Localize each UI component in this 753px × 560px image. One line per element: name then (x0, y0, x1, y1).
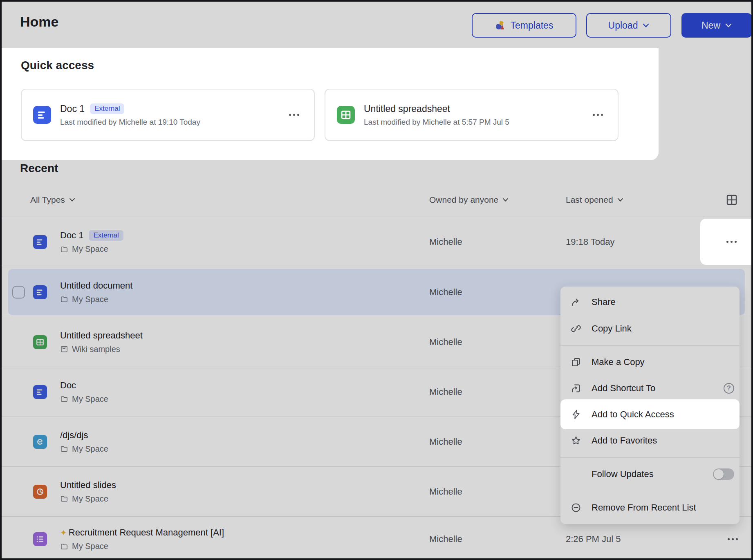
type-filter-label: All Types (30, 195, 65, 205)
type-filter-dropdown[interactable]: All Types (30, 195, 75, 205)
row-owner: Michelle (429, 387, 462, 397)
row-checkbox[interactable] (12, 286, 25, 298)
row-owner: Michelle (429, 534, 462, 544)
chevron-down-icon (643, 23, 649, 28)
app-window: Home Templates Upload New Rec (0, 0, 753, 560)
help-icon[interactable]: ? (724, 383, 734, 394)
upload-label: Upload (608, 20, 638, 31)
card-title: Untitled spreadsheet (364, 103, 450, 114)
menu-divider (560, 457, 740, 458)
doc-icon (33, 235, 47, 249)
doc-icon (33, 285, 47, 299)
new-label: New (701, 20, 720, 31)
table-row[interactable]: Doc 1 External My Space Michelle 19:18 T… (2, 217, 751, 267)
menu-item-make-a-copy[interactable]: Make a Copy (560, 349, 740, 375)
row-location: My Space (72, 444, 108, 454)
row-owner: Michelle (429, 486, 462, 497)
quick-access-title: Quick access (21, 59, 94, 72)
circle-minus-icon (570, 502, 582, 513)
share-icon (570, 296, 582, 308)
row-time: 19:18 Today (566, 237, 614, 247)
row-location: My Space (72, 394, 108, 404)
row-owner: Michelle (429, 237, 462, 247)
card-subtitle: Last modified by Michelle at 19:10 Today (60, 118, 200, 127)
toggle-knob (714, 469, 724, 479)
row-title: /djs/djs (60, 430, 88, 441)
folder-icon (60, 295, 68, 303)
external-badge: External (90, 103, 124, 114)
row-owner: Michelle (429, 287, 462, 298)
row-location: My Space (72, 295, 108, 304)
recent-section-title: Recent (20, 162, 58, 175)
sort-filter-dropdown[interactable]: Last opened (566, 195, 623, 205)
chevron-down-icon (617, 198, 623, 202)
menu-item-copy-link[interactable]: Copy Link (560, 316, 740, 342)
doc-icon (33, 106, 51, 124)
card-title: Doc 1 (60, 103, 85, 114)
quick-access-panel: Quick access Doc 1 External Last modifie… (2, 48, 659, 160)
row-more-button[interactable] (728, 538, 738, 540)
folder-icon (60, 445, 68, 453)
menu-item-add-to-favorites[interactable]: Add to Favorites (560, 428, 740, 454)
star-icon (570, 435, 582, 446)
row-more-button-spotlight[interactable] (700, 219, 753, 265)
spreadsheet-icon (337, 106, 355, 124)
folder-icon (60, 542, 68, 551)
link-icon (570, 323, 582, 334)
row-owner: Michelle (429, 337, 462, 347)
templates-label: Templates (511, 20, 554, 31)
sparkle-icon: ✦ (60, 528, 67, 538)
menu-item-add-shortcut-to[interactable]: Add Shortcut To ? (560, 375, 740, 401)
chevron-down-icon (725, 23, 732, 28)
shortcut-icon (570, 383, 582, 394)
menu-item-follow-updates[interactable]: Follow Updates (560, 461, 740, 487)
slides-icon (33, 485, 47, 499)
row-location: My Space (72, 542, 108, 551)
row-title: Untitled slides (60, 480, 116, 491)
quick-access-card[interactable]: Doc 1 External Last modified by Michelle… (21, 89, 315, 141)
row-title: Untitled document (60, 280, 132, 291)
filter-bar: All Types Owned by anyone Last opened (2, 188, 751, 217)
menu-item-remove-from-recent[interactable]: Remove From Recent List (560, 495, 740, 521)
folder-icon (60, 245, 68, 253)
row-title: Doc 1 (60, 230, 83, 241)
folder-icon (60, 395, 68, 403)
templates-icon (495, 20, 506, 31)
docx-icon (33, 435, 47, 449)
base-icon (33, 532, 47, 546)
row-title: Recruitment Request Management [AI] (69, 527, 224, 538)
templates-button[interactable]: Templates (472, 13, 576, 38)
menu-item-add-to-quick-access[interactable]: Add to Quick Access (560, 399, 740, 429)
row-owner: Michelle (429, 437, 462, 447)
page-title: Home (20, 14, 58, 30)
chevron-down-icon (69, 198, 75, 202)
row-location: Wiki samples (72, 345, 120, 354)
menu-item-share[interactable]: Share (560, 289, 740, 315)
owner-filter-label: Owned by anyone (429, 195, 498, 205)
upload-button[interactable]: Upload (586, 13, 671, 38)
card-more-button[interactable] (593, 114, 603, 116)
row-title: Doc (60, 380, 76, 391)
card-more-button[interactable] (289, 114, 299, 116)
follow-updates-toggle[interactable] (713, 468, 734, 480)
sort-filter-label: Last opened (566, 195, 613, 205)
row-time: 2:26 PM Jul 5 (566, 534, 621, 544)
more-dots-icon (726, 241, 737, 243)
row-title: Untitled spreadsheet (60, 330, 143, 341)
new-button[interactable]: New (681, 13, 752, 38)
folder-icon (60, 495, 68, 503)
spreadsheet-icon (33, 335, 47, 349)
grid-view-icon[interactable] (725, 193, 738, 206)
row-location: My Space (72, 244, 108, 254)
row-location: My Space (72, 494, 108, 504)
menu-divider (560, 345, 740, 346)
external-badge: External (89, 230, 123, 241)
doc-icon (33, 385, 47, 399)
chevron-down-icon (502, 198, 509, 202)
copy-icon (570, 356, 582, 368)
more-dots-icon (289, 114, 299, 116)
owner-filter-dropdown[interactable]: Owned by anyone (429, 195, 509, 205)
quick-access-card[interactable]: Untitled spreadsheet Last modified by Mi… (325, 89, 619, 141)
more-dots-icon (593, 114, 603, 116)
wiki-icon (60, 345, 68, 353)
